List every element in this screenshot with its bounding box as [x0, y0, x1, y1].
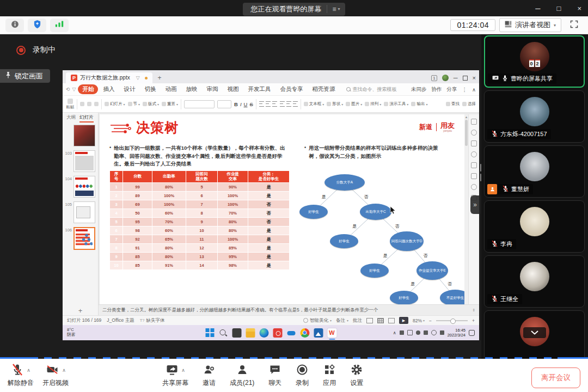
ribbon-tab-视图[interactable]: 视图 — [223, 84, 243, 94]
tool-节[interactable]: 节▾ — [128, 101, 140, 107]
ribbon-more-icon[interactable]: ⋮ — [462, 87, 468, 93]
save-icon[interactable]: ▽ — [72, 87, 76, 92]
slide-thumbnail[interactable] — [74, 150, 95, 172]
minimize-button[interactable]: ─ — [535, 4, 540, 13]
search-icon[interactable] — [218, 328, 228, 338]
list-tools[interactable] — [280, 101, 298, 107]
slide-sorter-icon[interactable] — [377, 318, 384, 323]
network-quality-button[interactable] — [50, 19, 69, 32]
slide-thumbnail-current[interactable] — [74, 227, 95, 250]
status-item[interactable]: J_Office 主题 — [107, 317, 134, 324]
weather-widget[interactable]: 8°C 阴雾 — [67, 328, 75, 337]
ribbon-tab-动画[interactable]: 动画 — [161, 84, 181, 94]
maximize-button[interactable]: □ — [557, 4, 561, 13]
tray-expand-icon[interactable]: ∧ — [393, 330, 396, 335]
ribbon-collapse-icon[interactable]: ∧ — [472, 87, 476, 93]
tray-icon[interactable] — [440, 330, 444, 335]
zoom-level[interactable]: 82%▾ — [413, 318, 425, 323]
chevron-up-icon[interactable]: ∧ — [27, 367, 30, 373]
participant-tile-曹晔的屏幕共享[interactable]: 02曹晔的屏幕共享 — [484, 35, 585, 88]
ribbon-action-协作[interactable]: 协作 — [432, 86, 442, 93]
slide-thumbnail-row[interactable]: 103 — [64, 150, 95, 172]
font-family-combo[interactable] — [184, 100, 215, 108]
bottom-button-聊天[interactable]: 聊天 — [268, 363, 281, 388]
window-list-button[interactable]: 1 — [431, 75, 437, 81]
tool-重置[interactable]: 重置▾ — [162, 101, 178, 107]
tool-图片[interactable]: 图片▾ — [346, 101, 362, 107]
participant-tile-董慧妍[interactable]: 董慧妍 — [484, 145, 585, 198]
file-explorer-icon[interactable] — [246, 328, 255, 338]
notes-button[interactable]: 备注▾ — [336, 317, 348, 324]
slide-canvas[interactable]: 决策树 新道 用友yonyou •给出如下的一组数据，一共有10个样本（学生数量… — [100, 114, 464, 304]
zoom-in-button[interactable]: + — [472, 318, 475, 323]
ribbon-tab-切换[interactable]: 切换 — [140, 84, 160, 94]
beautify-button[interactable]: 智能美化▾ — [303, 317, 332, 324]
side-tool-icon[interactable] — [471, 119, 477, 125]
thumb-tab-幻灯片[interactable]: 幻灯片 — [79, 114, 94, 122]
close-button[interactable]: × — [577, 4, 581, 13]
start-icon[interactable] — [205, 328, 214, 337]
scrollbar-thumb[interactable] — [465, 120, 468, 146]
tool-icon[interactable] — [94, 102, 99, 106]
tool-icon[interactable] — [80, 102, 84, 106]
tool-版式[interactable]: 版式▾ — [143, 101, 159, 107]
sidebar-resize-handle[interactable] — [480, 164, 481, 181]
participant-tile-王继全[interactable]: 王继全 — [484, 255, 585, 308]
banner-menu-button[interactable]: ≡▾ — [327, 5, 345, 13]
side-tool-icon[interactable] — [471, 184, 477, 190]
side-tool-icon[interactable] — [471, 130, 477, 136]
tool-形状[interactable]: 形状▾ — [327, 101, 343, 107]
ribbon-tab-设计[interactable]: 设计 — [119, 84, 139, 94]
watching-banner[interactable]: 您正在观看曹晔的屏幕 ≡▾ — [243, 3, 345, 16]
tray-icon[interactable] — [424, 330, 428, 335]
ribbon-tab-审阅[interactable]: 审阅 — [202, 84, 222, 94]
bottom-button-成员(21)[interactable]: 成员(21) — [230, 363, 254, 388]
view-mode-dropdown[interactable]: 演讲者视图 ▾ — [499, 18, 561, 32]
tray-icon[interactable] — [400, 330, 404, 335]
scroll-more-participants-button[interactable] — [523, 327, 546, 338]
slide-notes-bar[interactable]: 二分类变量，二分叉。树的深度不是越多越好，分的越细越多判断结果越不准确。有个临界… — [99, 304, 479, 315]
tray-icon[interactable] — [416, 330, 420, 335]
ribbon-action-分享[interactable]: 分享 — [447, 86, 457, 93]
bottom-button-应用[interactable]: 应用 — [323, 363, 336, 388]
leave-meeting-button[interactable]: 离开会议 — [531, 367, 580, 388]
participant-tile-李冉[interactable]: 李冉 — [484, 200, 585, 253]
slide-thumbnail-row[interactable]: 104 — [64, 176, 95, 198]
participant-tile[interactable] — [484, 310, 585, 359]
ribbon-tab-开始[interactable]: 开始 — [78, 84, 98, 94]
side-tool-icon[interactable] — [471, 173, 477, 179]
zoom-out-button[interactable]: − — [429, 318, 432, 323]
slide-thumbnail-row[interactable]: 106 — [64, 227, 95, 250]
tool-u[interactable]: U — [244, 101, 248, 107]
ribbon-tab-稻壳资源[interactable]: 稻壳资源 — [308, 84, 339, 94]
slide-thumbnail[interactable] — [74, 125, 95, 146]
bottom-button-邀请[interactable]: 邀请 — [203, 363, 216, 388]
new-document-tab-button[interactable]: + — [158, 74, 162, 82]
ribbon-tab-会员专享[interactable]: 会员专享 — [275, 84, 307, 94]
slide-thumbnail-row[interactable]: 105 — [64, 201, 95, 223]
onedrive-icon[interactable] — [286, 328, 296, 338]
red-app-icon[interactable] — [273, 328, 282, 338]
notification-icon[interactable] — [469, 330, 475, 336]
photos-app-icon[interactable] — [314, 328, 323, 338]
tool-输出[interactable]: 输出▾ — [411, 101, 427, 107]
meeting-info-button[interactable] — [5, 19, 24, 32]
tray-icon[interactable] — [407, 330, 413, 335]
tool-幻灯片[interactable]: 幻灯片▾ — [105, 101, 125, 107]
wps-document-tab[interactable]: P 万行大数据之旅.pptx ▽ — [66, 72, 152, 83]
participant-tile-方东烁-42007157[interactable]: 方东烁-42007157 — [484, 90, 585, 143]
taskbar-clock[interactable]: 16:45 2022/3/24 — [448, 328, 465, 338]
normal-view-icon[interactable] — [366, 318, 373, 323]
slide-thumbnail[interactable] — [74, 176, 95, 198]
ribbon-action-未同步[interactable]: 未同步 — [411, 86, 427, 93]
bottom-button-共享屏幕[interactable]: ∧共享屏幕 — [162, 363, 188, 388]
ribbon-tab-开发工具[interactable]: 开发工具 — [243, 84, 275, 94]
alignment-tools[interactable] — [259, 101, 277, 107]
tool-选择[interactable]: 选择 — [462, 101, 476, 107]
zoom-slider[interactable] — [436, 320, 468, 321]
font-size-combo[interactable] — [217, 100, 231, 108]
wps-close-button[interactable]: × — [473, 75, 476, 81]
slide-thumbnail-row[interactable] — [64, 125, 95, 146]
wps-taskbar-icon[interactable]: W — [327, 328, 336, 338]
side-tool-icon[interactable] — [471, 140, 477, 146]
